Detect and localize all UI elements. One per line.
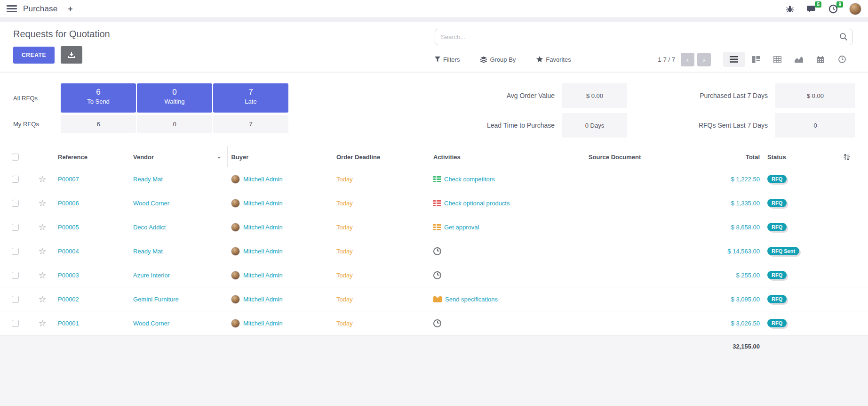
optional-columns-button[interactable] (825, 146, 868, 167)
buyer-link[interactable]: Mitchell Admin (243, 176, 283, 183)
vendor-link[interactable]: Wood Corner (133, 200, 169, 207)
graph-view-icon[interactable] (788, 52, 810, 67)
vendor-link[interactable]: Ready Mat (133, 176, 163, 183)
row-checkbox[interactable] (12, 224, 19, 231)
table-row[interactable]: ☆ P00007 Ready Mat Mitchell Admin Today … (0, 167, 868, 191)
favorite-star-icon[interactable]: ☆ (38, 198, 46, 208)
activity-label[interactable]: Get approval (444, 224, 479, 231)
buyer-link[interactable]: Mitchell Admin (243, 200, 283, 207)
table-row[interactable]: ☆ P00003 Azure Interior Mitchell Admin T… (0, 263, 868, 287)
reference-link[interactable]: P00006 (58, 200, 79, 207)
all-rfqs-label: All RFQs (13, 83, 61, 113)
buyer-column-header[interactable]: Buyer (227, 146, 333, 167)
reference-link[interactable]: P00003 (58, 272, 79, 279)
favorite-star-icon[interactable]: ☆ (38, 270, 46, 280)
row-checkbox[interactable] (12, 176, 19, 183)
messages-icon[interactable]: 5 (806, 3, 817, 15)
reference-link[interactable]: P00001 (58, 320, 79, 327)
buyer-link[interactable]: Mitchell Admin (243, 224, 283, 231)
new-tab-button[interactable]: + (68, 4, 72, 14)
list-green-activity-icon[interactable] (433, 176, 441, 182)
source-document-column-header[interactable]: Source Document (585, 146, 702, 167)
tile-to-send[interactable]: 6 To Send (61, 83, 136, 113)
pager-next-button[interactable]: › (697, 53, 711, 66)
reference-link[interactable]: P00007 (58, 176, 79, 183)
buyer-link[interactable]: Mitchell Admin (243, 272, 283, 279)
favorite-star-icon[interactable]: ☆ (38, 246, 46, 256)
activities-column-header[interactable]: Activities (430, 146, 585, 167)
vendor-link[interactable]: Wood Corner (133, 320, 169, 327)
vendor-column-header[interactable]: Vendor⌄ (129, 146, 227, 167)
table-row[interactable]: ☆ P00004 Ready Mat Mitchell Admin Today … (0, 239, 868, 263)
activity-label[interactable]: Check competitors (444, 176, 495, 183)
tile-my-late[interactable]: 7 (213, 115, 288, 133)
activity-label[interactable]: Send specifications (445, 296, 498, 303)
user-avatar[interactable] (849, 3, 861, 15)
table-row[interactable]: ☆ P00001 Wood Corner Mitchell Admin Toda… (0, 311, 868, 335)
activity-label[interactable]: Check optional products (444, 200, 510, 207)
total-column-header[interactable]: Total (702, 146, 764, 167)
order-deadline-column-header[interactable]: Order Deadline (333, 146, 430, 167)
list-view-icon[interactable] (723, 52, 745, 67)
row-checkbox[interactable] (12, 248, 19, 255)
table-row[interactable]: ☆ P00006 Wood Corner Mitchell Admin Toda… (0, 191, 868, 215)
row-checkbox[interactable] (12, 320, 19, 327)
clock-activity-icon[interactable] (433, 247, 441, 255)
reference-column-header[interactable]: Reference (54, 146, 129, 167)
table-row[interactable]: ☆ P00005 Deco Addict Mitchell Admin Toda… (0, 215, 868, 239)
activities-clock-icon[interactable]: 9 (828, 3, 839, 15)
tile-waiting[interactable]: 0 Waiting (137, 83, 212, 113)
row-checkbox[interactable] (12, 296, 19, 303)
favorites-button[interactable]: Favorites (536, 56, 571, 63)
clock-activity-icon[interactable] (433, 271, 441, 279)
pivot-view-icon[interactable] (766, 52, 788, 67)
tile-late[interactable]: 7 Late (213, 83, 288, 113)
to-send-label: To Send (61, 98, 136, 105)
order-deadline-value: Today (336, 200, 353, 207)
buyer-link[interactable]: Mitchell Admin (243, 320, 283, 327)
status-badge: RFQ (767, 295, 787, 303)
status-column-header[interactable]: Status (764, 146, 825, 167)
reference-link[interactable]: P00004 (58, 248, 79, 255)
group-by-button[interactable]: Group By (480, 56, 516, 63)
buyer-link[interactable]: Mitchell Admin (243, 296, 283, 303)
reference-link[interactable]: P00002 (58, 296, 79, 303)
clock-activity-icon[interactable] (433, 319, 441, 327)
favorite-star-icon[interactable]: ☆ (38, 318, 46, 328)
order-deadline-value: Today (336, 296, 353, 303)
calendar-view-icon[interactable] (810, 52, 831, 67)
select-all-checkbox[interactable] (12, 154, 19, 161)
filter-funnel-icon (435, 57, 440, 62)
search-input[interactable] (441, 33, 836, 41)
search-icon[interactable] (839, 32, 848, 41)
list-red-activity-icon[interactable] (433, 200, 441, 206)
vendor-link[interactable]: Gemini Furniture (133, 296, 179, 303)
row-checkbox[interactable] (12, 200, 19, 207)
app-name[interactable]: Purchase (23, 4, 57, 14)
vendor-link[interactable]: Deco Addict (133, 224, 166, 231)
activity-view-icon[interactable] (831, 52, 853, 67)
favorite-star-icon[interactable]: ☆ (38, 174, 46, 184)
vendor-link[interactable]: Azure Interior (133, 272, 170, 279)
kanban-view-icon[interactable] (745, 52, 766, 67)
table-row[interactable]: ☆ P00002 Gemini Furniture Mitchell Admin… (0, 287, 868, 311)
total-value: $ 255.00 (702, 263, 764, 287)
vendor-link[interactable]: Ready Mat (133, 248, 163, 255)
filters-button[interactable]: Filters (435, 56, 460, 63)
envelope-activity-icon[interactable] (433, 296, 442, 302)
apps-menu-icon[interactable] (7, 5, 17, 12)
export-button[interactable] (61, 46, 82, 64)
search-box[interactable] (435, 29, 853, 45)
buyer-link[interactable]: Mitchell Admin (243, 248, 283, 255)
row-checkbox[interactable] (12, 272, 19, 279)
favorite-star-icon[interactable]: ☆ (38, 222, 46, 232)
tile-my-waiting[interactable]: 0 (137, 115, 212, 133)
debug-bug-icon[interactable] (784, 3, 796, 15)
reference-link[interactable]: P00005 (58, 224, 79, 231)
list-orange-activity-icon[interactable] (433, 224, 441, 230)
create-button[interactable]: CREATE (13, 47, 55, 64)
layers-icon (480, 57, 487, 63)
tile-my-to-send[interactable]: 6 (61, 115, 136, 133)
pager-previous-button[interactable]: ‹ (681, 53, 694, 66)
favorite-star-icon[interactable]: ☆ (38, 294, 46, 304)
